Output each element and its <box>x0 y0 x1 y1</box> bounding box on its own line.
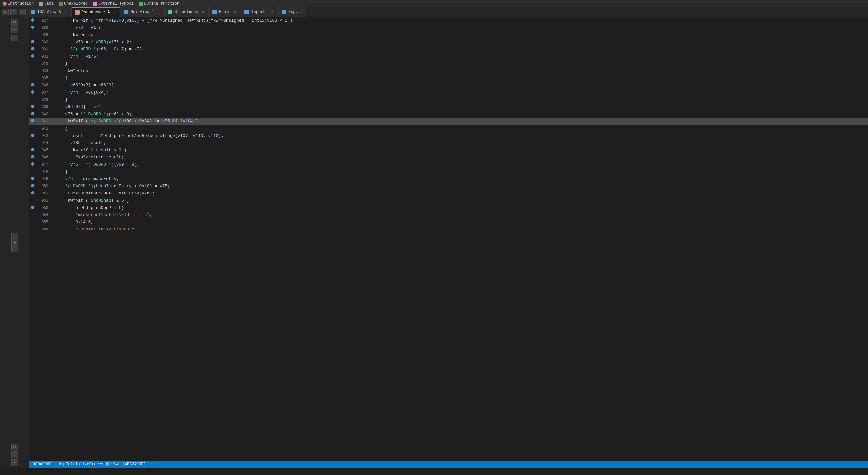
breakpoint-dot <box>31 191 34 195</box>
code-table: 927 "kw">if ( "fn">HIWORD(v163) - ("kw">… <box>29 17 868 233</box>
table-row[interactable]: 929 "kw">else <box>29 31 868 39</box>
table-row[interactable]: 935 { <box>29 75 868 82</box>
expand-panel-btn[interactable]: › <box>11 233 18 253</box>
table-row[interactable]: 933 } <box>29 60 868 67</box>
tab-close-imports[interactable]: ✕ <box>270 9 275 15</box>
line-code: v73 = v177; <box>52 24 868 31</box>
gutter-btn-2[interactable]: # <box>11 27 18 33</box>
table-row[interactable]: 934 "kw">else <box>29 67 868 75</box>
tab-close-ida-view-a[interactable]: ✕ <box>63 9 68 15</box>
table-row[interactable]: 941 "kw">if ( *(_DWORD *)(v180 + 0x34) !… <box>29 118 868 125</box>
table-row[interactable]: 927 "kw">if ( "fn">HIWORD(v163) - ("kw">… <box>29 17 868 24</box>
gutter-btn-1[interactable]: □ <box>11 19 18 26</box>
code-area[interactable]: 927 "kw">if ( "fn">HIWORD(v163) - ("kw">… <box>29 17 868 468</box>
line-code: "kw">if ( result < 0 ) <box>52 147 868 154</box>
tab-close-enums[interactable]: ✕ <box>232 9 238 15</box>
line-number: 955 <box>36 219 52 226</box>
tab-imports[interactable]: Imports ✕ <box>241 7 278 17</box>
table-row[interactable]: 943 result = "fn">LdrpProtectAndRelocate… <box>29 132 868 140</box>
line-dot-cell <box>29 183 36 190</box>
table-row[interactable]: 942 { <box>29 125 868 132</box>
line-number: 943 <box>36 132 52 140</box>
tab-label-ida-view-a: IDA View-A <box>37 10 61 14</box>
tab-exports[interactable]: Exp... <box>279 7 306 17</box>
gutter-btn-5[interactable]: # <box>11 451 18 458</box>
line-code: result = "fn">LdrpProtectAndRelocateImag… <box>52 132 868 140</box>
line-number: 951 <box>36 190 52 197</box>
table-row[interactable]: 948 } <box>29 168 868 175</box>
table-row[interactable]: 930 v73 = (_WORD)v175 + 2; <box>29 39 868 46</box>
table-row[interactable]: 949 v76 = LdrpImageEntry; <box>29 175 868 183</box>
breakpoint-dot <box>31 148 34 151</box>
gutter-btn-6[interactable]: ✕ <box>11 459 18 466</box>
line-number: 940 <box>36 111 52 118</box>
line-number: 952 <box>36 197 52 204</box>
tab-hex-view-1[interactable]: Hex View-1 ✕ <box>120 7 165 17</box>
breakpoint-dot <box>31 162 34 166</box>
line-dot-cell <box>29 125 36 132</box>
table-row[interactable]: 936 v66[0xB] = v66[9]; <box>29 82 868 89</box>
line-code: v74 = v176; <box>52 53 868 60</box>
line-dot-cell <box>29 219 36 226</box>
table-row[interactable]: 952 "kw">if ( ShowSnaps & 5 ) <box>29 197 868 204</box>
tab-close-structures[interactable]: ✕ <box>200 9 205 15</box>
line-code: { <box>52 75 868 82</box>
line-dot-cell <box>29 161 36 168</box>
line-number: 930 <box>36 39 52 46</box>
breakpoint-dot <box>31 18 34 22</box>
table-row[interactable]: 950 *(_DWORD *)(LdrpImageEntry + 0x18) =… <box>29 183 868 190</box>
table-row[interactable]: 944 v185 = result; <box>29 140 868 147</box>
line-code: } <box>52 168 868 175</box>
line-number: 949 <box>36 175 52 183</box>
line-code: "minkernel\\ntdll\\ldrinit.c", <box>52 211 868 219</box>
table-row[interactable]: 940 v75 = *(_DWORD *)(v69 + 8); <box>29 111 868 118</box>
tab-close-pseudocode-a[interactable]: ✕ <box>112 10 117 15</box>
table-row[interactable]: 931 *((_WORD *)v66 + 0x17) = v73; <box>29 46 868 53</box>
line-dot-cell <box>29 211 36 219</box>
tab-label-enums: Enums <box>219 10 230 14</box>
breakpoint-dot <box>31 83 34 86</box>
gutter-btn-3[interactable]: ✕ <box>11 35 18 41</box>
tab-pseudocode-a[interactable]: Pseudocode-A ✕ <box>72 7 120 17</box>
line-number: 946 <box>36 154 52 161</box>
line-code: 0x1416, <box>52 219 868 226</box>
line-dot-cell <box>29 89 36 96</box>
tab-label-structures: Structures <box>175 10 198 14</box>
tab-enums[interactable]: Enums ✕ <box>209 7 241 17</box>
table-row[interactable]: 945 "kw">if ( result < 0 ) <box>29 147 868 154</box>
line-code: v66[0xC] = v74; <box>52 103 868 111</box>
line-dot-cell <box>29 67 36 75</box>
table-row[interactable]: 955 0x1416, <box>29 219 868 226</box>
line-dot-cell <box>29 31 36 39</box>
lumina-function-rect <box>139 2 143 6</box>
data-label: Data <box>44 1 54 6</box>
table-row[interactable]: 947 v75 = *(_DWORD *)(v69 + 8); <box>29 161 868 168</box>
table-row[interactable]: 946 "kw">return result; <box>29 154 868 161</box>
table-row[interactable]: 932 v74 = v176; <box>29 53 868 60</box>
line-dot-cell <box>29 75 36 82</box>
win-minimize[interactable]: □ <box>2 9 8 16</box>
table-row[interactable]: 938 } <box>29 96 868 103</box>
table-row[interactable]: 937 v74 = v66[0xA]; <box>29 89 868 96</box>
line-number: 944 <box>36 140 52 147</box>
tab-ida-view-a[interactable]: IDA View-A ✕ <box>28 7 72 17</box>
table-row[interactable]: 956 "LdrpInitializeProcess", <box>29 226 868 233</box>
table-row[interactable]: 939 v66[0xC] = v74; <box>29 103 868 111</box>
table-row[interactable]: 953 "fn">LdrpLogDbgPrint( <box>29 204 868 211</box>
line-number: 941 <box>36 118 52 125</box>
line-dot-cell <box>29 103 36 111</box>
tab-structures[interactable]: Structures ✕ <box>165 7 209 17</box>
table-row[interactable]: 928 v73 = v177; <box>29 24 868 31</box>
win-close[interactable]: ✕ <box>19 9 26 16</box>
table-row[interactable]: 951 "fn">LdrpInsertDataTableEntry(v76); <box>29 190 868 197</box>
line-number: 954 <box>36 211 52 219</box>
gutter-btn-4[interactable]: □ <box>11 444 18 450</box>
line-number: 929 <box>36 31 52 39</box>
win-float[interactable]: # <box>10 9 17 16</box>
tab-close-hex-view-1[interactable]: ✕ <box>156 9 161 15</box>
table-row[interactable]: 954 "minkernel\\ntdll\\ldrinit.c", <box>29 211 868 219</box>
main-content: □ # ✕ › □ # ✕ 927 "kw">if ( "fn">HIWORD(… <box>0 17 868 468</box>
legend-external-symbol: External symbol <box>93 1 133 6</box>
line-code: "fn">LdrpLogDbgPrint( <box>52 204 868 211</box>
line-dot-cell <box>29 96 36 103</box>
